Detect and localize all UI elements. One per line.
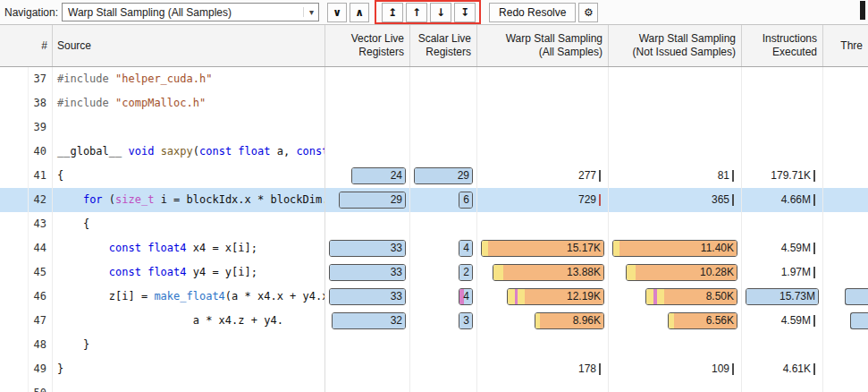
jump-to-bottom-button[interactable]: ↧ bbox=[454, 3, 476, 22]
value-bar-fragment bbox=[845, 288, 868, 305]
header-label-line2: (All Samples) bbox=[539, 46, 603, 59]
table-row[interactable]: 39 bbox=[0, 115, 868, 140]
source-code: const float4 x4 = x[i]; bbox=[53, 236, 325, 260]
cell-threads bbox=[823, 357, 868, 381]
table-row[interactable]: 44 const float4 x4 = x[i];33415.17K11.40… bbox=[0, 236, 868, 260]
code-token: x4 = x[i]; bbox=[187, 242, 257, 254]
cell-threads bbox=[823, 140, 868, 164]
header-label-line1: Scalar Live bbox=[418, 32, 471, 46]
line-number: 37 bbox=[29, 67, 53, 91]
code-token: } bbox=[57, 338, 89, 351]
cell-warp-stall-all-samples: 178 bbox=[477, 357, 609, 381]
cell-instructions-executed bbox=[742, 333, 823, 357]
metric-value: 6.56K bbox=[706, 309, 734, 332]
row-gutter bbox=[0, 236, 29, 260]
line-number: 43 bbox=[29, 212, 53, 236]
bar-tick bbox=[732, 170, 734, 182]
code-token: #include bbox=[57, 97, 115, 109]
code-token: const bbox=[296, 145, 325, 158]
metric-value: 33 bbox=[391, 236, 402, 260]
header-source-label: Source bbox=[57, 39, 324, 53]
cell-vector-live-registers: 33 bbox=[325, 285, 410, 309]
bar-segment-yellow bbox=[508, 289, 514, 304]
cell-warp-stall-not-issued bbox=[609, 333, 742, 357]
cell-warp-stall-all-samples: 277 bbox=[477, 164, 609, 188]
jump-to-top-button[interactable]: ↥ bbox=[382, 3, 403, 22]
metric-value: 24 bbox=[391, 164, 402, 187]
cell-warp-stall-not-issued bbox=[609, 381, 742, 392]
table-row[interactable]: 45 const float4 y4 = y[i];33213.88K10.28… bbox=[0, 260, 868, 285]
cell-threads bbox=[823, 212, 868, 236]
table-row[interactable]: 41{242927781179.71K bbox=[0, 164, 868, 188]
header-label-line2: Registers bbox=[358, 46, 404, 59]
cell-scalar-live-registers: 6 bbox=[410, 188, 477, 212]
table-row[interactable]: 47 a * x4.z + y4.3238.96K6.56K4.59M bbox=[0, 309, 868, 333]
annotation-highlighted-button-group: ↥ ↑ ↓ ↧ bbox=[375, 0, 481, 24]
cell-instructions-executed bbox=[742, 381, 823, 392]
cell-vector-live-registers: 32 bbox=[325, 309, 410, 333]
cell-warp-stall-all-samples bbox=[477, 333, 609, 357]
metric-value: 29 bbox=[458, 164, 469, 187]
metric-value: 32 bbox=[391, 309, 402, 332]
row-gutter bbox=[0, 140, 29, 164]
cell-scalar-live-registers: 29 bbox=[410, 164, 477, 188]
line-number: 47 bbox=[29, 309, 53, 333]
code-token: void bbox=[128, 145, 154, 158]
cell-instructions-executed: 4.66M bbox=[742, 188, 823, 212]
cell-scalar-live-registers bbox=[410, 333, 477, 357]
row-gutter bbox=[0, 67, 29, 91]
cell-warp-stall-not-issued: 11.40K bbox=[609, 236, 742, 260]
bar-tick bbox=[813, 267, 815, 278]
step-down-button[interactable]: ↓ bbox=[430, 3, 451, 22]
header-warp-stall-all-samples: Warp Stall Sampling (All Samples) bbox=[477, 25, 609, 66]
code-token: { bbox=[57, 217, 89, 230]
metric-value: 729 bbox=[578, 188, 596, 211]
cell-scalar-live-registers: 4 bbox=[410, 285, 477, 309]
header-label-line1: Warp Stall Sampling bbox=[639, 32, 736, 46]
bar-segment-yellow bbox=[482, 241, 488, 256]
metric-value: 15.17K bbox=[567, 236, 601, 260]
row-gutter bbox=[0, 91, 29, 115]
table-row[interactable]: 42 for (size_t i = blockIdx.x * blockDim… bbox=[0, 188, 868, 212]
navigate-down-button[interactable]: ∨ bbox=[327, 3, 347, 22]
table-row[interactable]: 48 } bbox=[0, 333, 868, 357]
cell-warp-stall-all-samples bbox=[477, 67, 609, 91]
settings-gear-button[interactable]: ⚙ bbox=[578, 3, 598, 22]
table-row[interactable]: 40__global__ void saxpy(const float a, c… bbox=[0, 140, 868, 164]
navigation-dropdown[interactable]: Warp Stall Sampling (All Samples) ▾ bbox=[62, 3, 319, 21]
table-row[interactable]: 46 z[i] = make_float4(a * x4.x + y4.x334… bbox=[0, 285, 868, 309]
table-row[interactable]: 50 bbox=[0, 381, 868, 392]
toolbar: Navigation: Warp Stall Sampling (All Sam… bbox=[0, 0, 868, 25]
table-row[interactable]: 43 { bbox=[0, 212, 868, 236]
cell-vector-live-registers bbox=[325, 212, 410, 236]
code-token: z[i] = bbox=[57, 290, 154, 303]
navigate-up-button[interactable]: ∧ bbox=[350, 3, 369, 22]
metric-value: 277 bbox=[578, 164, 596, 187]
cell-vector-live-registers bbox=[325, 333, 410, 357]
table-row[interactable]: 49}1781094.61K bbox=[0, 357, 868, 381]
code-token bbox=[154, 145, 160, 158]
header-warp-stall-not-issued: Warp Stall Sampling (Not Issued Samples) bbox=[609, 25, 742, 66]
step-up-button[interactable]: ↑ bbox=[406, 3, 427, 22]
header-label-line1: Instructions bbox=[763, 32, 817, 46]
source-code: const float4 y4 = y[i]; bbox=[53, 260, 325, 285]
cell-scalar-live-registers bbox=[410, 357, 477, 381]
code-token: #include bbox=[57, 72, 115, 85]
line-number: 46 bbox=[29, 285, 53, 309]
code-token: a, bbox=[270, 145, 296, 158]
line-number: 42 bbox=[29, 188, 53, 212]
metric-value: 4 bbox=[463, 236, 469, 260]
redo-resolve-button[interactable]: Redo Resolve bbox=[489, 3, 576, 22]
code-token: i = blockIdx.x * blockDim. bbox=[154, 193, 325, 206]
header-label-line1: Warp Stall Sampling bbox=[506, 32, 603, 46]
code-token: "compMalloc.h" bbox=[115, 97, 206, 109]
table-row[interactable]: 37#include "helper_cuda.h" bbox=[0, 67, 868, 91]
cell-scalar-live-registers: 3 bbox=[410, 309, 477, 333]
cell-vector-live-registers bbox=[325, 357, 410, 381]
table-row[interactable]: 38#include "compMalloc.h" bbox=[0, 91, 868, 115]
cell-instructions-executed bbox=[742, 212, 823, 236]
header-label-line1: Thre bbox=[840, 39, 863, 53]
code-token: a * x4.z + y4. bbox=[57, 314, 283, 327]
cell-instructions-executed bbox=[742, 67, 823, 91]
scrollbar-indicator[interactable] bbox=[860, 1, 865, 20]
